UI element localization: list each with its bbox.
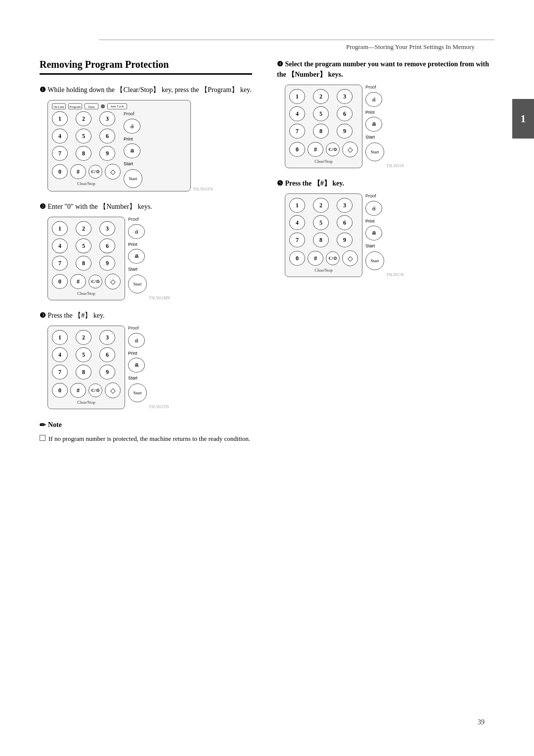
k5-3[interactable]: 3 — [337, 198, 353, 213]
k2-2[interactable]: 2 — [76, 221, 91, 236]
k3-8[interactable]: 8 — [76, 365, 91, 379]
step-3-text: ❸ Press the 【#】 key. — [40, 310, 252, 321]
print-btn-5[interactable]: 🖶 — [365, 226, 382, 240]
step-2-num: ❷ — [40, 203, 46, 210]
proof-btn-2[interactable]: 🖨 — [128, 224, 145, 239]
k2-1[interactable]: 1 — [52, 221, 68, 236]
k2-4[interactable]: 4 — [52, 238, 68, 253]
k3-9[interactable]: 9 — [99, 365, 115, 379]
k2-5[interactable]: 5 — [76, 238, 91, 253]
key-0[interactable]: 0 — [52, 164, 68, 179]
note-icon: ✏ — [40, 419, 46, 431]
k4-9[interactable]: 9 — [337, 124, 353, 139]
start-btn-2[interactable]: Start — [128, 275, 147, 293]
big-panel: On Line Program Data Auto Cycle 1 2 — [47, 100, 191, 191]
step-1-num: ❶ — [40, 86, 46, 94]
keypad-board-4: 1 2 3 4 5 6 7 8 9 0 # — [285, 85, 362, 168]
k2-0[interactable]: 0 — [52, 274, 68, 289]
k3-4[interactable]: 4 — [52, 347, 68, 362]
k5-4[interactable]: 4 — [289, 215, 305, 230]
proof-btn-4[interactable]: 🖨 — [365, 92, 382, 107]
key-4[interactable]: 4 — [52, 129, 68, 143]
k5-7[interactable]: 7 — [289, 233, 305, 247]
k5-8[interactable]: 8 — [313, 233, 329, 247]
key-8[interactable]: 8 — [76, 146, 91, 161]
key-1[interactable]: 1 — [52, 111, 68, 126]
start-btn-4[interactable]: Start — [365, 142, 384, 161]
key-2[interactable]: 2 — [76, 111, 91, 126]
section-title: Removing Program Protection — [40, 59, 252, 75]
k4-5[interactable]: 5 — [313, 106, 329, 121]
k3-0[interactable]: 0 — [52, 383, 68, 398]
k4-6[interactable]: 6 — [337, 106, 353, 121]
k3-7[interactable]: 7 — [52, 365, 68, 379]
print-btn-2[interactable]: 🖶 — [128, 249, 145, 264]
k3-diamond[interactable]: ◇ — [105, 382, 121, 398]
print-btn[interactable]: 🖶 — [124, 143, 140, 158]
note-item-1: If no program number is protected, the m… — [40, 434, 252, 444]
step-3-image: 1 2 3 4 5 6 7 8 9 0 # — [47, 326, 252, 409]
k5-6[interactable]: 6 — [337, 215, 353, 230]
start-btn-5[interactable]: Start — [365, 251, 384, 270]
proof-btn[interactable]: 🖨 — [124, 119, 140, 134]
k2-co[interactable]: C/⊙ — [89, 275, 102, 288]
k3-1[interactable]: 1 — [52, 330, 68, 345]
k4-hash[interactable]: # — [308, 142, 323, 157]
auto-cycle-indicator: Auto Cycle — [107, 103, 127, 109]
key-6[interactable]: 6 — [99, 129, 115, 143]
key-7[interactable]: 7 — [52, 146, 68, 161]
proof-btn-5[interactable]: 🖨 — [365, 201, 382, 216]
k4-0[interactable]: 0 — [289, 142, 305, 157]
key-co[interactable]: C/⊙ — [89, 165, 102, 179]
k5-9[interactable]: 9 — [337, 233, 353, 247]
k5-diamond[interactable]: ◇ — [342, 250, 358, 266]
keypad-board-5: 1 2 3 4 5 6 7 8 9 0 # — [285, 193, 362, 277]
k5-0[interactable]: 0 — [289, 251, 305, 266]
key-9[interactable]: 9 — [99, 146, 115, 161]
k3-3[interactable]: 3 — [99, 330, 115, 345]
proof-label-2: Proof — [128, 217, 147, 222]
k4-1[interactable]: 1 — [289, 89, 305, 104]
k4-diamond[interactable]: ◇ — [342, 142, 358, 157]
k2-8[interactable]: 8 — [76, 256, 91, 271]
indicator-row: On Line Program Data Auto Cycle — [52, 103, 186, 109]
k2-6[interactable]: 6 — [99, 238, 115, 253]
k4-2[interactable]: 2 — [313, 89, 329, 104]
k3-hash[interactable]: # — [70, 383, 86, 398]
step-5: ❺ Press the 【#】 key. 1 2 3 4 5 6 7 — [277, 178, 494, 277]
start-btn-3[interactable]: Start — [128, 383, 147, 402]
k3-co[interactable]: C/⊙ — [89, 383, 102, 397]
print-btn-4[interactable]: 🖶 — [365, 117, 382, 132]
image-id-3: TSL5011TN — [149, 405, 169, 409]
step-5-num: ❺ — [277, 180, 283, 187]
key-3[interactable]: 3 — [99, 111, 115, 126]
numpad-grid: 1 2 3 4 5 6 7 8 9 — [52, 111, 121, 161]
key-hash[interactable]: # — [70, 164, 86, 179]
k3-2[interactable]: 2 — [76, 330, 91, 345]
key-5[interactable]: 5 — [76, 129, 91, 143]
k2-diamond[interactable]: ◇ — [105, 274, 121, 289]
k4-7[interactable]: 7 — [289, 124, 305, 139]
key-diamond[interactable]: ◇ — [105, 164, 121, 180]
k4-co[interactable]: C/⊙ — [326, 142, 340, 156]
k2-3[interactable]: 3 — [99, 221, 115, 236]
step-1-image: On Line Program Data Auto Cycle 1 2 — [47, 100, 252, 191]
k3-5[interactable]: 5 — [76, 347, 91, 362]
k2-7[interactable]: 7 — [52, 256, 68, 271]
k5-hash[interactable]: # — [308, 251, 323, 266]
k3-6[interactable]: 6 — [99, 347, 115, 362]
k5-2[interactable]: 2 — [313, 198, 329, 213]
k5-co[interactable]: C/⊙ — [326, 251, 340, 265]
proof-btn-3[interactable]: 🖨 — [128, 333, 145, 348]
start-btn[interactable]: Start — [124, 169, 142, 188]
k4-4[interactable]: 4 — [289, 106, 305, 121]
print-btn-3[interactable]: 🖶 — [128, 358, 145, 373]
clear-stop-3: Clear/Stop — [52, 400, 121, 405]
k4-8[interactable]: 8 — [313, 124, 329, 139]
step-5-body: Press the 【#】 key. — [285, 180, 345, 187]
k2-hash[interactable]: # — [70, 274, 86, 289]
k5-5[interactable]: 5 — [313, 215, 329, 230]
k2-9[interactable]: 9 — [99, 256, 115, 271]
k4-3[interactable]: 3 — [337, 89, 353, 104]
k5-1[interactable]: 1 — [289, 198, 305, 213]
